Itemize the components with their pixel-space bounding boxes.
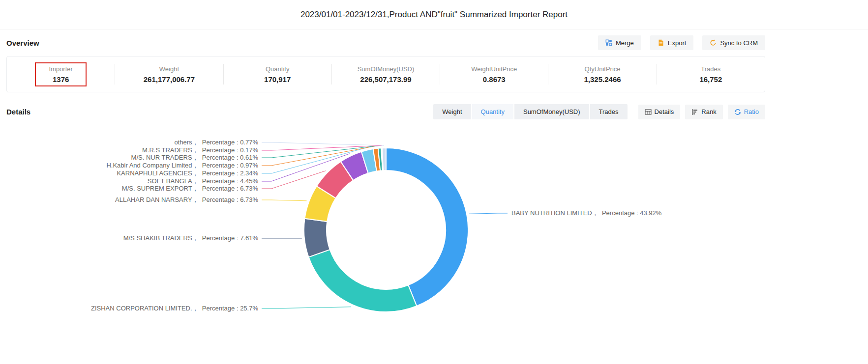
details-heading: Details [6,108,30,116]
overview-action-buttons: Merge Export Sync to CRM [598,35,765,50]
page-header: 2023/01/01-2023/12/31,Product AND"fruit"… [0,0,868,29]
stat-label: Weight [159,65,179,73]
details-controls: Weight Quantity SumOfMoney(USD) Trades D… [433,104,765,119]
details-view-label: Details [655,109,674,115]
page-title: 2023/01/01-2023/12/31,Product AND"fruit"… [300,10,568,20]
stat-value: 170,917 [264,75,291,84]
chart-label: ALLAHAR DAN NARSARY， Percentage : 6.73% [115,196,258,203]
rank-icon [691,109,698,115]
stat-sumofmoney: SumOfMoney(USD) 226,507,173.99 [332,65,440,84]
importer-ratio-donut-chart: BABY NUTRITION LIMITED， Percentage : 43.… [0,119,868,358]
stat-label: Trades [701,65,720,73]
ratio-view-label: Ratio [744,109,759,115]
rank-view-button[interactable]: Rank [685,105,722,119]
overview-stats-panel: Importer 1376 Weight 261,177,006.77 Quan… [6,56,765,92]
importer-highlight-box: Importer 1376 [35,62,86,86]
chart-label: H.Kabir And Company Limited， Percentage … [106,162,258,169]
stat-importer: Importer 1376 [7,62,115,86]
tab-trades[interactable]: Trades [590,104,628,119]
sync-to-crm-button-label: Sync to CRM [720,40,758,46]
sync-to-crm-button[interactable]: Sync to CRM [702,35,765,50]
stat-value: 0.8673 [483,75,506,84]
stat-label: Importer [49,65,72,73]
ratio-refresh-icon [734,109,741,115]
stat-weightunitprice: WeightUnitPrice 0.8673 [440,65,548,84]
label-leader-line [469,213,508,214]
stat-value: 226,507,173.99 [360,75,411,84]
stat-value: 1376 [53,75,69,84]
tab-sumofmoney-usd[interactable]: SumOfMoney(USD) [514,104,589,119]
pie-slice-10[interactable] [382,148,386,170]
tab-weight[interactable]: Weight [433,104,471,119]
export-button-label: Export [668,40,687,46]
export-button[interactable]: Export [650,35,694,50]
chart-label: SOFT BANGLA， Percentage : 4.45% [148,177,259,185]
ratio-view-button[interactable]: Ratio [728,105,765,119]
merge-button-label: Merge [616,40,634,46]
stat-value: 16,752 [699,75,722,84]
stat-label: SumOfMoney(USD) [358,65,415,73]
stat-label: QtyUnitPrice [585,65,621,73]
stat-label: Quantity [266,65,289,73]
chart-label: M/S. NUR TRADERS， Percentage : 0.61% [131,154,259,161]
chart-label: KARNAPHULI AGENCIES， Percentage : 2.34% [117,169,258,177]
pie-slice-2[interactable] [304,219,330,257]
chart-section: BABY NUTRITION LIMITED， Percentage : 43.… [0,119,868,358]
overview-header-row: Overview Merge Export Sync to CRM [6,35,765,50]
merge-button[interactable]: Merge [598,35,641,50]
details-header-row: Details Weight Quantity SumOfMoney(USD) … [6,104,765,119]
chart-label: M/S SHAKIB TRADERS， Percentage : 7.61% [123,234,259,242]
chart-label: others， Percentage : 0.77% [174,139,258,146]
stat-quantity: Quantity 170,917 [224,65,331,84]
chart-label: ZISHAN CORPORATION LIMITED.， Percentage … [91,305,258,312]
stat-value: 261,177,006.77 [144,75,195,84]
overview-heading: Overview [6,39,39,47]
tab-quantity[interactable]: Quantity [472,104,513,119]
details-view-button[interactable]: Details [638,105,681,119]
sync-icon [710,39,717,46]
export-icon [658,39,664,46]
label-leader-line [262,142,384,145]
label-leader-line [262,307,351,308]
stat-qtyunitprice: QtyUnitPrice 1,325.2466 [548,65,656,84]
pie-slice-0[interactable] [386,148,468,306]
view-button-group: Details Rank Ratio [638,105,765,119]
chart-label: M/S. SUPREM EXPORT， Percentage : 6.73% [122,185,259,192]
rank-view-label: Rank [701,109,716,115]
label-leader-line [262,145,382,150]
stat-trades: Trades 16,752 [657,65,765,84]
merge-icon [605,39,612,46]
stat-label: WeightUnitPrice [471,65,517,73]
stat-weight: Weight 261,177,006.77 [115,65,223,84]
chart-label: BABY NUTRITION LIMITED， Percentage : 43.… [511,209,662,217]
chart-label: M.R.S TRADERS， Percentage : 0.17% [142,146,258,154]
stat-value: 1,325.2466 [584,75,621,84]
label-leader-line [262,200,307,201]
metric-tab-group: Weight Quantity SumOfMoney(USD) Trades [433,104,627,119]
table-icon [645,109,652,115]
pie-slice-1[interactable] [309,250,417,312]
